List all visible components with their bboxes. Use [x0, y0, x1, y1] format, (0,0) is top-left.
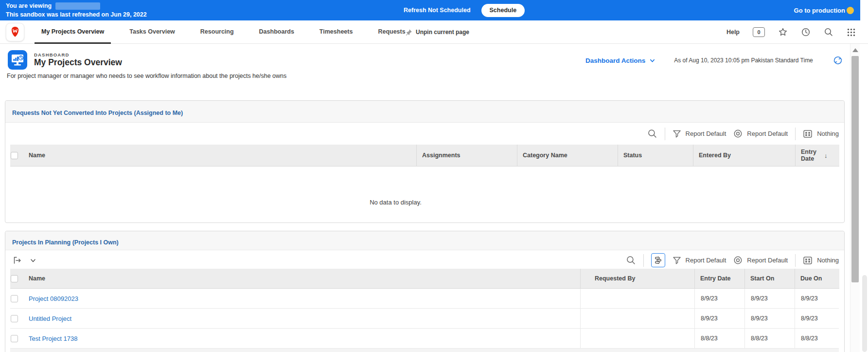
requests-view-menu[interactable]: Report Default	[733, 129, 788, 138]
workfront-logo[interactable]	[6, 23, 24, 41]
tab-timesheets[interactable]: Timesheets	[313, 20, 360, 44]
schedule-button[interactable]: Schedule	[481, 4, 525, 17]
notification-count-badge[interactable]: 0	[753, 27, 765, 37]
unpin-current-page-button[interactable]: Unpin current page	[405, 20, 469, 44]
requests-panel-title-row: Requests Not Yet Converted Into Projects…	[5, 101, 844, 122]
app-switcher-button[interactable]	[847, 28, 856, 37]
tab-my-projects-overview[interactable]: My Projects Overview	[35, 20, 111, 44]
project-link[interactable]: Untitled Project	[29, 309, 71, 329]
column-header-assignments[interactable]: Assignments	[422, 145, 461, 166]
search-icon	[824, 27, 833, 37]
toolbar-expand-menu[interactable]	[30, 257, 36, 264]
help-link[interactable]: Help	[726, 29, 740, 36]
sandbox-banner: You are viewing This sandbox was last re…	[0, 0, 860, 20]
projects-table-header: Name Requested By Entry Date Start On Du…	[10, 269, 839, 289]
requests-filter-menu[interactable]: Report Default	[673, 130, 726, 138]
dashboard-actions-label: Dashboard Actions	[585, 57, 645, 64]
sandbox-refresh-note: This sandbox was last refreshed on Jun 2…	[6, 11, 147, 18]
cell-entry-date: 8/9/23	[694, 309, 744, 328]
requests-empty-message: No data to display.	[5, 167, 844, 222]
go-to-production-link[interactable]: Go to production	[794, 7, 845, 14]
table-row: Untitled Project 8/9/23 8/9/23 8/9/23	[10, 309, 839, 329]
column-divider	[795, 145, 796, 166]
projects-search-button[interactable]	[626, 255, 636, 265]
column-header-requested-by[interactable]: Requested By	[595, 269, 635, 288]
favorites-button[interactable]	[778, 27, 788, 37]
projects-view-label: Report Default	[747, 257, 788, 264]
scrollbar-thumb[interactable]	[851, 56, 859, 282]
toolbar-divider	[665, 128, 665, 140]
requests-grouping-menu[interactable]: Nothing	[803, 129, 839, 139]
project-link[interactable]: Test Project 1738	[29, 329, 77, 349]
column-header-name[interactable]: Name	[29, 269, 45, 288]
projects-filter-label: Report Default	[686, 257, 726, 264]
row-checkbox[interactable]	[11, 335, 18, 342]
projects-filter-menu[interactable]: Report Default	[673, 256, 726, 265]
requests-view-label: Report Default	[747, 130, 788, 137]
projects-table-body: Project 08092023 8/9/23 8/9/23 8/9/23 Un…	[10, 289, 839, 349]
toolbar-divider	[643, 254, 644, 267]
requests-search-button[interactable]	[647, 129, 657, 139]
row-checkbox[interactable]	[11, 295, 18, 302]
requests-grouping-label: Nothing	[817, 130, 839, 137]
page-title: My Projects Overview	[34, 57, 122, 68]
cell-requested-by	[580, 289, 694, 308]
projects-grouping-label: Nothing	[817, 257, 839, 264]
cell-due-on: 8/9/23	[795, 289, 839, 308]
export-button[interactable]	[12, 256, 22, 265]
projects-panel-title-row: Projects In Planning (Projects I Own)	[5, 231, 844, 250]
select-all-checkbox[interactable]	[11, 275, 18, 282]
refresh-dashboard-button[interactable]	[833, 55, 843, 66]
redacted-environment-name	[55, 2, 100, 10]
sort-descending-icon[interactable]: ↓	[824, 152, 828, 159]
column-divider	[517, 145, 517, 166]
unpin-label: Unpin current page	[416, 29, 469, 36]
dashboard-actions-menu[interactable]: Dashboard Actions	[585, 57, 655, 64]
refresh-status-label: Refresh Not Scheduled	[404, 7, 471, 14]
global-nav: My Projects Overview Tasks Overview Reso…	[0, 20, 868, 44]
select-all-checkbox[interactable]	[11, 152, 18, 159]
chevron-down-icon	[649, 57, 655, 64]
partial-next-row	[10, 349, 839, 352]
gantt-view-toggle[interactable]	[651, 253, 665, 267]
column-header-category[interactable]: Category Name	[523, 145, 567, 166]
column-header-name[interactable]: Name	[29, 145, 45, 166]
view-target-icon	[733, 256, 743, 265]
outer-scrollbar-thumb[interactable]	[862, 275, 867, 352]
star-icon	[778, 27, 788, 37]
column-header-entered-by[interactable]: Entered By	[699, 145, 731, 166]
column-header-start-on[interactable]: Start On	[750, 269, 774, 288]
requests-filter-label: Report Default	[686, 130, 726, 137]
projects-view-menu[interactable]: Report Default	[733, 256, 788, 265]
tab-resourcing[interactable]: Resourcing	[194, 20, 241, 44]
grouping-grid-icon	[803, 129, 813, 139]
page-eyebrow: DASHBOARD	[34, 52, 70, 57]
recents-button[interactable]	[801, 27, 811, 37]
column-header-due-on[interactable]: Due On	[800, 269, 822, 288]
projects-panel-title[interactable]: Projects In Planning (Projects I Own)	[12, 239, 119, 246]
dashboard-type-icon	[8, 50, 27, 70]
clock-history-icon	[801, 27, 811, 37]
cell-start-on: 8/8/23	[744, 329, 795, 348]
toolbar-divider	[795, 128, 796, 140]
viewing-label: You are viewing	[6, 2, 52, 9]
requests-table-header: Name Assignments Category Name Status En…	[10, 145, 839, 167]
column-header-entry-date[interactable]: Entry Date ↓	[801, 145, 828, 166]
gantt-chart-icon	[654, 256, 662, 264]
grouping-grid-icon	[803, 256, 813, 265]
row-checkbox[interactable]	[11, 315, 18, 322]
column-divider	[618, 145, 618, 166]
sandbox-banner-info: You are viewing This sandbox was last re…	[6, 1, 147, 18]
column-divider	[744, 269, 745, 288]
column-header-entry-date[interactable]: Entry Date	[700, 269, 731, 288]
column-header-status[interactable]: Status	[623, 145, 642, 166]
vertical-scrollbar[interactable]	[850, 44, 860, 352]
requests-panel-title[interactable]: Requests Not Yet Converted Into Projects…	[12, 110, 183, 116]
tab-dashboards[interactable]: Dashboards	[252, 20, 301, 44]
tab-tasks-overview[interactable]: Tasks Overview	[123, 20, 182, 44]
projects-toolbar: Report Default Report Default Nothin	[5, 250, 844, 270]
scrollbar-up-arrow[interactable]	[852, 48, 858, 52]
global-search-button[interactable]	[824, 27, 833, 37]
projects-grouping-menu[interactable]: Nothing	[803, 256, 839, 265]
project-link[interactable]: Project 08092023	[29, 289, 78, 309]
